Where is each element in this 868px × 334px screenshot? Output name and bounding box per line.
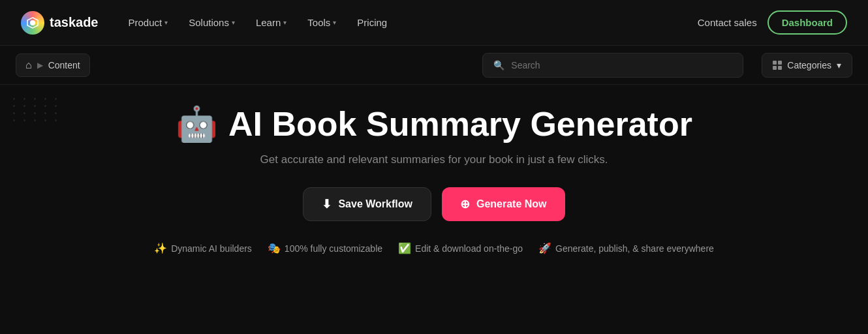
nav-item-product[interactable]: Product ▾: [119, 12, 178, 33]
breadcrumb-arrow-icon: ▶: [37, 61, 43, 70]
customize-icon: 🎭: [268, 242, 281, 254]
search-bar: 🔍: [482, 53, 743, 78]
nav-item-solutions[interactable]: Solutions ▾: [179, 12, 244, 33]
feature-pill-0: ✨ Dynamic AI builders: [154, 242, 252, 254]
nav-item-learn[interactable]: Learn ▾: [247, 12, 296, 33]
sparkle-icon: ✨: [154, 242, 167, 254]
nav-right: Contact sales Dashboard: [698, 10, 847, 35]
rocket-icon: 🚀: [538, 242, 551, 254]
generate-label: Generate Now: [476, 198, 547, 210]
categories-button[interactable]: Categories ▾: [762, 53, 852, 78]
chevron-down-icon: ▾: [333, 19, 336, 26]
save-workflow-button[interactable]: ⬇ Save Workflow: [303, 187, 431, 221]
contact-sales-link[interactable]: Contact sales: [698, 17, 757, 28]
categories-label: Categories: [787, 60, 831, 70]
feature-pills: ✨ Dynamic AI builders 🎭 100% fully custo…: [154, 242, 714, 254]
home-icon: ⌂: [25, 59, 32, 71]
logo[interactable]: taskade: [21, 11, 99, 35]
breadcrumb-label: Content: [48, 60, 80, 70]
feature-label-2: Edit & download on-the-go: [415, 243, 523, 254]
generate-now-button[interactable]: ⊕ Generate Now: [442, 187, 565, 221]
hero-subtitle: Get accurate and relevant summaries for …: [260, 153, 608, 166]
logo-icon: [21, 11, 44, 35]
chevron-down-icon: ▾: [283, 19, 287, 26]
nav-item-pricing[interactable]: Pricing: [348, 12, 396, 33]
feature-pill-1: 🎭 100% fully customizable: [268, 242, 382, 254]
search-wrapper: 🔍: [482, 53, 743, 78]
feature-label-0: Dynamic AI builders: [171, 243, 252, 254]
nav-links: Product ▾ Solutions ▾ Learn ▾ Tools ▾ Pr…: [119, 12, 698, 33]
feature-label-3: Generate, publish, & share everywhere: [555, 243, 714, 254]
feature-pill-3: 🚀 Generate, publish, & share everywhere: [538, 242, 714, 254]
feature-label-1: 100% fully customizable: [285, 243, 382, 254]
chevron-down-icon: ▾: [164, 19, 168, 26]
brand-name: taskade: [50, 15, 99, 30]
main-content: 🤖 AI Book Summary Generator Get accurate…: [0, 85, 868, 267]
grid-icon: [773, 61, 782, 70]
generate-icon: ⊕: [460, 197, 470, 211]
chevron-down-icon: ▾: [232, 19, 235, 26]
check-icon: ✅: [398, 242, 411, 254]
save-icon: ⬇: [322, 197, 332, 211]
hero-title-row: 🤖 AI Book Summary Generator: [176, 104, 692, 144]
save-workflow-label: Save Workflow: [338, 198, 412, 210]
breadcrumb[interactable]: ⌂ ▶ Content: [16, 53, 90, 77]
breadcrumb-bar: ⌂ ▶ Content 🔍 Categories ▾: [0, 46, 868, 85]
nav-item-tools[interactable]: Tools ▾: [298, 12, 345, 33]
feature-pill-2: ✅ Edit & download on-the-go: [398, 242, 523, 254]
robot-emoji: 🤖: [176, 104, 218, 144]
search-input[interactable]: [511, 60, 732, 70]
hero-title: AI Book Summary Generator: [228, 106, 692, 143]
search-icon: 🔍: [493, 60, 504, 70]
cta-buttons: ⬇ Save Workflow ⊕ Generate Now: [303, 187, 565, 221]
dashboard-button[interactable]: Dashboard: [767, 10, 847, 35]
decorative-dots: [13, 98, 60, 121]
svg-point-1: [30, 20, 35, 25]
navbar: taskade Product ▾ Solutions ▾ Learn ▾ To…: [0, 0, 868, 46]
chevron-down-icon: ▾: [837, 60, 841, 70]
